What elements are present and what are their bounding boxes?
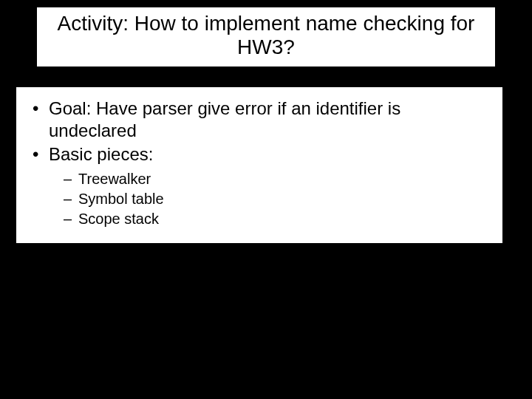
sub-bullet-text: Scope stack [78,211,159,227]
bullet-text: Basic pieces: [49,144,153,164]
bullet-list: Goal: Have parser give error if an ident… [30,98,489,228]
sub-bullet-text: Symbol table [78,191,164,207]
bullet-item: Basic pieces: Treewalker Symbol table Sc… [30,143,489,228]
sub-bullet-text: Treewalker [78,171,151,187]
sub-bullet-item: Scope stack [62,210,489,228]
body-container: Goal: Have parser give error if an ident… [16,87,502,243]
bullet-text: Goal: Have parser give error if an ident… [49,98,400,140]
bullet-item: Goal: Have parser give error if an ident… [30,98,489,142]
slide: Activity: How to implement name checking… [0,0,532,399]
title-container: Activity: How to implement name checking… [37,7,495,66]
sub-bullet-list: Treewalker Symbol table Scope stack [62,170,489,228]
sub-bullet-item: Symbol table [62,190,489,208]
slide-title: Activity: How to implement name checking… [44,12,488,59]
sub-bullet-item: Treewalker [62,170,489,188]
